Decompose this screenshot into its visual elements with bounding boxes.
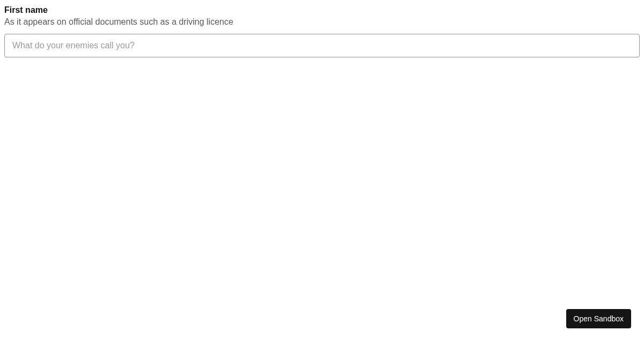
first-name-label: First name	[4, 4, 640, 16]
first-name-input[interactable]	[4, 34, 640, 57]
first-name-hint: As it appears on official documents such…	[4, 16, 640, 28]
open-sandbox-button[interactable]: Open Sandbox	[566, 309, 631, 328]
first-name-field-group: First name As it appears on official doc…	[4, 4, 640, 57]
